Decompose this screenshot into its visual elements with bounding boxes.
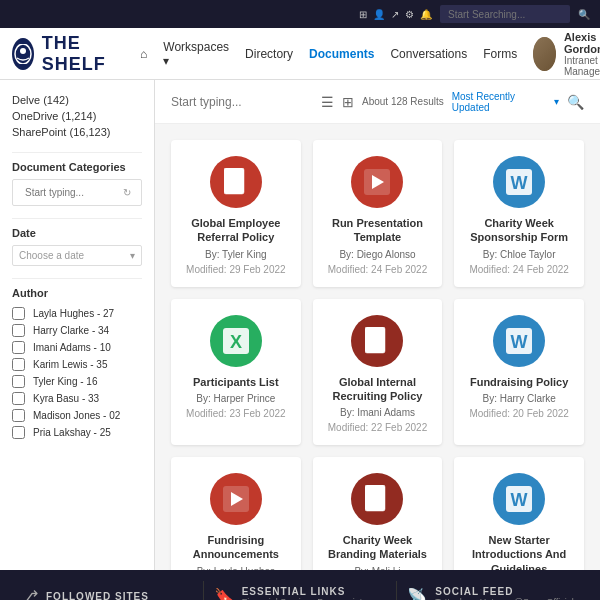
date-title: Date	[12, 227, 142, 239]
doc-modified: Modified: 29 Feb 2022	[186, 264, 286, 275]
source-sharepoint[interactable]: SharePoint (16,123)	[12, 124, 142, 140]
author-item[interactable]: Madison Jones - 02	[12, 407, 142, 424]
main-search-input[interactable]	[171, 95, 321, 109]
svg-text:W: W	[511, 490, 528, 510]
top-bar: ⊞ 👤 ↗ ⚙ 🔔 🔍	[0, 0, 600, 28]
document-card[interactable]: W New Starter Introductions And Guidelin…	[454, 457, 584, 570]
svg-rect-2	[224, 168, 244, 194]
doc-title: Participants List	[193, 375, 279, 389]
author-section: Author Layla Hughes - 27 Harry Clarke - …	[12, 287, 142, 441]
results-info: About 128 Results	[362, 96, 444, 107]
main-nav: ⌂ Workspaces ▾ Directory Documents Conve…	[140, 40, 517, 68]
list-view-icon[interactable]: ☰	[321, 94, 334, 110]
svg-text:X: X	[230, 332, 242, 352]
doc-icon	[210, 156, 262, 208]
svg-rect-22	[365, 485, 385, 511]
author-item[interactable]: Layla Hughes - 27	[12, 305, 142, 322]
document-card[interactable]: X Participants List By: Harper Prince Mo…	[171, 299, 301, 446]
chevron-down-icon: ▾	[130, 250, 135, 261]
doc-author: By: Diego Alonso	[339, 249, 415, 260]
footer-divider-2	[396, 581, 397, 600]
footer-divider-1	[203, 581, 204, 600]
header: THE SHELF ⌂ Workspaces ▾ Directory Docum…	[0, 28, 600, 80]
doc-icon: W	[493, 156, 545, 208]
doc-author: By: Mali Li	[354, 566, 400, 570]
top-search-icon: 🔍	[578, 9, 590, 20]
author-item[interactable]: Kyra Basu - 33	[12, 390, 142, 407]
document-card[interactable]: Global Employee Referral Policy By: Tyle…	[171, 140, 301, 287]
doc-author: By: Imani Adams	[340, 407, 415, 418]
avatar	[533, 37, 556, 71]
doc-modified: Modified: 20 Feb 2022	[469, 408, 569, 419]
doc-author: By: Harry Clarke	[482, 393, 555, 404]
top-search-input[interactable]	[440, 5, 570, 23]
essential-links-sub[interactable]: Financial Services Powerpoint	[242, 597, 363, 601]
grid-view-icon[interactable]: ⊞	[342, 94, 354, 110]
bell-icon: 🔔	[420, 9, 432, 20]
doc-modified: Modified: 24 Feb 2022	[469, 264, 569, 275]
footer-essential-links: 🔖 ESSENTIAL LINKS Financial Services Pow…	[214, 586, 387, 601]
user-icon: 👤	[373, 9, 385, 20]
nav-forms[interactable]: Forms	[483, 47, 517, 61]
link-icon: 🔖	[214, 587, 234, 601]
date-select[interactable]: Choose a date ▾	[12, 245, 142, 266]
content-search-icon[interactable]: 🔍	[567, 94, 584, 110]
source-onedrive[interactable]: OneDrive (1,214)	[12, 108, 142, 124]
essential-links-title: ESSENTIAL LINKS	[242, 586, 363, 597]
sort-label: Most Recently Updated	[452, 91, 552, 113]
view-controls: ☰ ⊞ About 128 Results Most Recently Upda…	[321, 91, 584, 113]
nav-documents[interactable]: Documents	[309, 47, 374, 61]
doc-icon: X	[210, 315, 262, 367]
author-list: Layla Hughes - 27 Harry Clarke - 34 Iman…	[12, 305, 142, 441]
author-item[interactable]: Tyler King - 16	[12, 373, 142, 390]
sort-control[interactable]: Most Recently Updated ▾	[452, 91, 559, 113]
doc-icon: W	[493, 315, 545, 367]
document-card[interactable]: Global Internal Recruiting Policy By: Im…	[313, 299, 443, 446]
document-card[interactable]: Charity Week Branding Materials By: Mali…	[313, 457, 443, 570]
document-card[interactable]: W Fundraising Policy By: Harry Clarke Mo…	[454, 299, 584, 446]
user-name: Alexis Gordon	[564, 31, 600, 55]
main-layout: Delve (142) OneDrive (1,214) SharePoint …	[0, 80, 600, 570]
svg-text:W: W	[511, 332, 528, 352]
categories-input[interactable]	[19, 183, 123, 202]
footer: ⎇ FOLLOWED SITES 🔖 ESSENTIAL LINKS Finan…	[0, 570, 600, 600]
divider-1	[12, 152, 142, 153]
document-card[interactable]: W Charity Week Sponsorship Form By: Chlo…	[454, 140, 584, 287]
document-grid: Global Employee Referral Policy By: Tyle…	[155, 124, 600, 570]
user-info: Alexis Gordon Intranet Manager	[564, 31, 600, 77]
author-item[interactable]: Karim Lewis - 35	[12, 356, 142, 373]
doc-author: By: Chloe Taylor	[483, 249, 556, 260]
doc-author: By: Tyler King	[205, 249, 267, 260]
social-feed-sub[interactable]: Tottenham Hotspur @SpursOfficial	[435, 597, 574, 601]
doc-title: New Starter Introductions And Guidelines	[466, 533, 572, 570]
svg-rect-13	[365, 327, 385, 353]
logo-area: THE SHELF	[12, 33, 116, 75]
doc-icon	[351, 473, 403, 525]
social-feed-title: SOCIAL FEED	[435, 586, 574, 597]
source-delve[interactable]: Delve (142)	[12, 92, 142, 108]
followed-sites-title: FOLLOWED SITES	[46, 591, 149, 601]
categories-section: Document Categories ↻	[12, 161, 142, 206]
doc-title: Run Presentation Template	[325, 216, 431, 245]
doc-icon	[351, 156, 403, 208]
doc-icon: W	[493, 473, 545, 525]
doc-title: Charity Week Branding Materials	[325, 533, 431, 562]
document-card[interactable]: Run Presentation Template By: Diego Alon…	[313, 140, 443, 287]
author-item[interactable]: Pria Lakshay - 25	[12, 424, 142, 441]
content-area: ☰ ⊞ About 128 Results Most Recently Upda…	[155, 80, 600, 570]
doc-icon	[351, 315, 403, 367]
nav-workspaces[interactable]: Workspaces ▾	[163, 40, 229, 68]
logo-icon	[12, 38, 34, 70]
document-card[interactable]: Fundrising Announcements By: Layla Hughe…	[171, 457, 301, 570]
nav-directory[interactable]: Directory	[245, 47, 293, 61]
network-icon: ⎇	[20, 587, 38, 601]
author-title: Author	[12, 287, 142, 299]
author-item[interactable]: Imani Adams - 10	[12, 339, 142, 356]
author-item[interactable]: Harry Clarke - 34	[12, 322, 142, 339]
user-area: Alexis Gordon Intranet Manager ▾	[533, 31, 600, 77]
doc-modified: Modified: 23 Feb 2022	[186, 408, 286, 419]
nav-conversations[interactable]: Conversations	[390, 47, 467, 61]
doc-title: Fundraising Policy	[470, 375, 568, 389]
divider-3	[12, 278, 142, 279]
nav-home[interactable]: ⌂	[140, 47, 147, 61]
